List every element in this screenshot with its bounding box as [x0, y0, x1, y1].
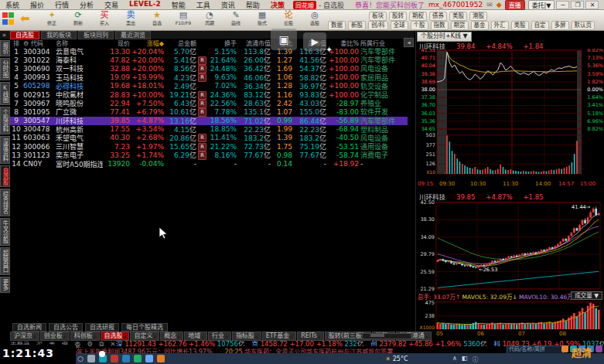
tray-icon-1[interactable]: ◧: [462, 355, 468, 363]
news-tab-每日个股精选[interactable]: 每日个股精选: [121, 323, 168, 332]
menu-item-智能[interactable]: 智能: [166, 0, 191, 10]
column-header-流通市值[interactable]: 流通市值: [237, 39, 271, 46]
quick-icon-0[interactable]: [561, 345, 568, 352]
news-tab-自选研报[interactable]: 自选研报: [85, 323, 119, 332]
shortcut-期权[interactable]: 期权: [409, 12, 427, 21]
menu-item-报价[interactable]: 报价: [25, 0, 49, 10]
toolbar-button-修正[interactable]: ✦修正: [40, 11, 63, 26]
shortcut-板块[interactable]: 板块: [369, 12, 387, 21]
tab-自选股[interactable]: 自选股: [10, 31, 39, 39]
column-header-涨幅◆[interactable]: 涨幅◆: [131, 39, 165, 46]
shortcut-创/科[interactable]: 创/科: [368, 21, 388, 30]
back-arrow-icon[interactable]: ⬅: [20, 12, 30, 26]
bell-icon[interactable]: ◆: [497, 1, 502, 9]
menu-item-帮助[interactable]: 帮助: [241, 0, 265, 10]
taskbar-search-icon[interactable]: ○: [77, 355, 84, 362]
news-tab-自选新闻[interactable]: 自选新闻: [12, 323, 46, 332]
column-header-排[interactable]: 排: [10, 39, 22, 46]
toolbar-button-自选[interactable]: ★自选: [145, 11, 169, 26]
recorder-play-icon[interactable]: ▶: [303, 32, 326, 51]
shortcut-期货[interactable]: 期货: [451, 21, 469, 30]
shortcut-全球[interactable]: 全球: [391, 21, 408, 30]
shortcut-新股[interactable]: 新股: [348, 21, 366, 30]
toolbar-button-买入[interactable]: 买买入: [93, 11, 116, 26]
column-header-r[interactable]: [197, 39, 206, 46]
index-ticker-item[interactable]: 深 11291.43 +162.76 +1.46% 10756亿: [116, 339, 244, 346]
shortcut-个股[interactable]: 个股: [411, 21, 428, 30]
toolbar-button-F10/F9[interactable]: ▤F10/F9: [172, 11, 195, 26]
column-header-所属行业[interactable]: 所属行业: [360, 39, 408, 46]
taskbar-app-icon-2[interactable]: [111, 355, 118, 362]
shortcut-指数[interactable]: 指数: [431, 21, 449, 30]
tab-最近浏览[interactable]: 最近浏览: [115, 31, 151, 39]
menu-item-工具[interactable]: 工具: [191, 0, 216, 10]
news-tab-自选公告[interactable]: 自选公告: [49, 323, 83, 332]
volume-indicator-dropdown[interactable]: 成交量 ▼: [571, 291, 602, 300]
taskbar-app-icon-5[interactable]: [145, 355, 153, 362]
index-ticker-item[interactable]: 京 1458.72 +17.00 +1.18% 232亿: [251, 339, 363, 346]
sidebar-item-超级盘口[interactable]: 超级盘口: [0, 247, 10, 275]
shortcut-美股[interactable]: 美股: [511, 21, 529, 30]
sidebar-item-牛叉诊股[interactable]: 牛叉诊股: [0, 218, 10, 246]
sidebar-item-个股资料[interactable]: 个股资料: [0, 107, 10, 134]
toolbar-button-卖出[interactable]: 卖卖出: [119, 11, 142, 26]
sidebar-item-综合排名[interactable]: 综合排名: [0, 189, 10, 216]
news-item[interactable]: 20:25 华东医药：全资子公司华东医药杭州与江苏威凯尔签署...: [225, 347, 399, 353]
shortcut-数据[interactable]: 数据: [328, 21, 346, 30]
taskbar-app-icon-6[interactable]: [157, 355, 165, 362]
sidebar-item-K线图[interactable]: K线图: [0, 82, 10, 105]
menu-item-决策[interactable]: 决策: [265, 0, 290, 10]
column-header-名称[interactable]: 名称: [55, 39, 103, 46]
sidebar-item-分时图[interactable]: 分时图: [0, 58, 10, 80]
menu-item-资讯[interactable]: 资讯: [216, 0, 241, 10]
taskbar-app-icon-3[interactable]: [122, 355, 130, 362]
menu-item-LEVEL-2[interactable]: LEVEL-2: [124, 0, 166, 10]
menu-item-分析[interactable]: 分析: [74, 0, 99, 10]
toolbar-button-周期[interactable]: ◔周期: [198, 11, 221, 26]
weather-widget[interactable]: ☀ 25°C: [385, 355, 408, 362]
recorder-crop-icon[interactable]: ▣: [271, 29, 297, 50]
close-button[interactable]: ✕: [585, 1, 599, 9]
menu-item-行情[interactable]: 行情: [49, 0, 74, 10]
shortcut-自定[interactable]: 自定: [531, 21, 549, 30]
toolbar-button-选股[interactable]: ◎选股: [303, 11, 326, 26]
menu-item-交易[interactable]: 交易: [99, 0, 124, 10]
index-ticker-item[interactable]: 创 2379.82 +45.86 +1.96% 5360亿: [370, 339, 486, 346]
live-button[interactable]: 直播: [505, 0, 525, 10]
sidebar-item-深度资料[interactable]: 深度资料: [0, 136, 10, 164]
ths-logo-icon[interactable]: [2, 12, 15, 25]
shortcut-外汇[interactable]: 外汇: [491, 21, 509, 30]
panel-collapse-button[interactable]: ◀: [404, 38, 414, 47]
tray-icon-0[interactable]: ∧: [452, 355, 457, 363]
menu-item-系统[interactable]: 系统: [0, 0, 25, 10]
sidebar-item-报价[interactable]: 报价: [0, 40, 10, 56]
tray-icon-2[interactable]: ⓘ: [472, 355, 478, 363]
sidebar-item-更多[interactable]: 更多: [0, 277, 10, 293]
chart-mode-dropdown[interactable]: 个股分时+K线 ▼: [417, 32, 472, 42]
column-header-换手[interactable]: 换手: [206, 39, 237, 46]
taskbar-app-icon-0[interactable]: [87, 355, 95, 362]
shortcut-债券[interactable]: 债券: [429, 12, 447, 21]
tab-板块同列[interactable]: 板块同列: [78, 31, 114, 39]
shortcut-默认页[interactable]: 默认页: [572, 21, 595, 30]
toolbar-button-刷新[interactable]: ⟳刷新: [67, 11, 90, 26]
market-tabs-scrollbar[interactable]: [362, 333, 411, 339]
sidebar-collapse-icon[interactable]: »: [0, 32, 9, 39]
toolbar-button-论股[interactable]: 论论股: [277, 11, 300, 26]
shortcut-股转[interactable]: 股转: [389, 12, 407, 21]
quick-icon-4[interactable]: [595, 345, 602, 352]
weituo-button[interactable]: 委托|▼: [528, 0, 555, 10]
shortcut-港股[interactable]: 港股: [469, 12, 487, 21]
toolbar-button-画线[interactable]: ✎画线: [224, 11, 247, 26]
shortcut-基金[interactable]: 基金: [471, 21, 489, 30]
scrollbar-thumb[interactable]: [370, 334, 384, 337]
column-header-总金额[interactable]: 总金额: [165, 39, 197, 46]
mail-icon[interactable]: ✉: [486, 1, 493, 9]
shortcut-多屏[interactable]: 多屏: [551, 21, 569, 30]
table-row-CN0Y[interactable]: 14CN0Y富时A50期指连续13920-0.04%---0.14-+18.92…: [10, 159, 408, 168]
column-header-现价[interactable]: 现价: [103, 39, 131, 46]
column-header-代码[interactable]: ⚙ 代码: [22, 39, 55, 46]
shortcut-美股[interactable]: 美股: [449, 12, 467, 21]
tab-我的板块[interactable]: 我的板块: [41, 31, 77, 39]
sidebar-item-自选股[interactable]: 自选股: [0, 165, 10, 188]
